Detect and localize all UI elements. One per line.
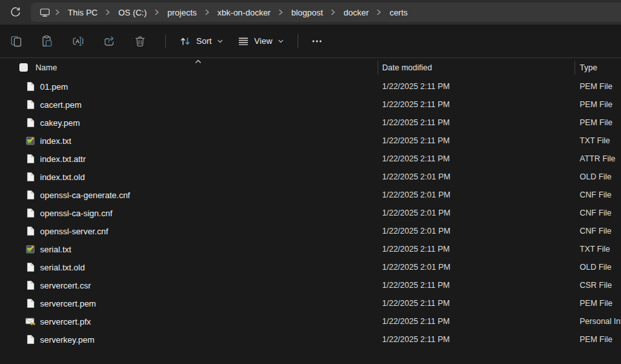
- file-row[interactable]: servercert.pfx 1/22/2025 2:11 PM Persona…: [0, 312, 621, 330]
- file-date-modified: 1/22/2025 2:11 PM: [382, 154, 450, 163]
- svg-text:A: A: [76, 38, 79, 45]
- column-header-date-modified[interactable]: Date modified: [382, 63, 432, 72]
- top-bar: This PC OS (C:) projects xbk-on-docker b…: [0, 0, 621, 25]
- breadcrumb-item[interactable]: certs: [383, 5, 413, 20]
- rename-icon: A: [72, 35, 85, 48]
- breadcrumb-item[interactable]: projects: [161, 5, 203, 20]
- column-divider[interactable]: [575, 61, 575, 75]
- file-row[interactable]: servercert.csr 1/22/2025 2:11 PM CSR Fil…: [0, 276, 621, 294]
- file-name: serial.txt: [40, 245, 71, 254]
- file-type: TXT File: [580, 245, 610, 254]
- delete-button[interactable]: [128, 30, 152, 53]
- file-type: PEM File: [580, 118, 613, 127]
- file-date-modified: 1/22/2025 2:11 PM: [382, 335, 450, 344]
- chevron-right-icon: [105, 8, 111, 16]
- chevron-right-icon: [376, 8, 382, 16]
- file-icon: [25, 208, 36, 218]
- file-row[interactable]: cakey.pem 1/22/2025 2:11 PM PEM File: [0, 114, 621, 132]
- sort-button[interactable]: Sort: [172, 30, 230, 53]
- breadcrumb-item[interactable]: blogpost: [285, 5, 329, 20]
- file-date-modified: 1/22/2025 2:11 PM: [382, 317, 450, 326]
- file-date-modified: 1/22/2025 2:01 PM: [382, 227, 451, 236]
- file-date-modified: 1/22/2025 2:11 PM: [382, 281, 450, 290]
- file-date-modified: 1/22/2025 2:11 PM: [382, 118, 450, 127]
- file-row[interactable]: openssl-server.cnf 1/22/2025 2:01 PM CNF…: [0, 222, 621, 240]
- file-date-modified: 1/22/2025 2:11 PM: [382, 100, 450, 109]
- file-row[interactable]: serverkey.pem 1/22/2025 2:11 PM PEM File: [0, 330, 621, 349]
- file-row[interactable]: index.txt 1/22/2025 2:11 PM TXT File: [0, 132, 621, 150]
- file-icon: [25, 280, 36, 290]
- file-row[interactable]: openssl-ca-generate.cnf 1/22/2025 2:01 P…: [0, 186, 621, 204]
- chevron-right-icon: [204, 8, 210, 16]
- file-row[interactable]: servercert.pem 1/22/2025 2:11 PM PEM Fil…: [0, 294, 621, 312]
- address-bar[interactable]: This PC OS (C:) projects xbk-on-docker b…: [31, 3, 621, 22]
- file-name: openssl-server.cnf: [40, 227, 108, 236]
- file-name: servercert.pem: [40, 299, 96, 308]
- column-header-type[interactable]: Type: [580, 63, 597, 72]
- view-button[interactable]: View: [230, 30, 291, 53]
- file-date-modified: 1/22/2025 2:01 PM: [382, 172, 451, 181]
- file-row[interactable]: openssl-ca-sign.cnf 1/22/2025 2:01 PM CN…: [0, 204, 621, 222]
- breadcrumb-item[interactable]: docker: [338, 5, 374, 20]
- file-row[interactable]: serial.txt 1/22/2025 2:11 PM TXT File: [0, 240, 621, 258]
- chevron-right-icon: [330, 8, 336, 16]
- file-icon: [25, 172, 36, 182]
- file-date-modified: 1/22/2025 2:11 PM: [382, 82, 450, 91]
- sort-label: Sort: [196, 36, 212, 46]
- file-type: ATTR File: [580, 154, 615, 163]
- column-divider[interactable]: [378, 61, 378, 75]
- chevron-down-icon: [217, 38, 223, 45]
- column-header-name[interactable]: Name: [36, 63, 57, 72]
- this-pc-icon: [39, 7, 50, 18]
- file-date-modified: 1/22/2025 2:11 PM: [382, 299, 450, 308]
- file-type: PEM File: [580, 299, 613, 308]
- file-name: cakey.pem: [40, 118, 80, 128]
- file-row[interactable]: cacert.pem 1/22/2025 2:11 PM PEM File: [0, 96, 621, 114]
- paste-button[interactable]: [35, 30, 59, 53]
- file-name: index.txt: [40, 136, 71, 146]
- file-type: CNF File: [580, 208, 611, 217]
- file-row[interactable]: 01.pem 1/22/2025 2:11 PM PEM File: [0, 77, 621, 96]
- file-type: Personal Info: [580, 317, 621, 326]
- chevron-right-icon: [278, 8, 284, 16]
- file-name: index.txt.old: [40, 172, 85, 182]
- file-name: index.txt.attr: [40, 154, 86, 164]
- file-type: PEM File: [580, 335, 613, 344]
- file-name: 01.pem: [40, 82, 68, 92]
- share-button[interactable]: [97, 30, 121, 53]
- file-icon: [25, 81, 36, 92]
- breadcrumb-item[interactable]: This PC: [62, 5, 103, 20]
- refresh-icon: [10, 6, 21, 18]
- view-icon: [238, 35, 249, 47]
- breadcrumb-item[interactable]: xbk-on-docker: [212, 5, 276, 20]
- list-header: Name Date modified Type: [0, 59, 621, 77]
- file-row[interactable]: serial.txt.old 1/22/2025 2:01 PM OLD Fil…: [0, 258, 621, 276]
- chevron-down-icon: [278, 38, 284, 45]
- file-name: cacert.pem: [40, 100, 81, 110]
- text-file-icon: [25, 136, 36, 146]
- file-row[interactable]: index.txt.attr 1/22/2025 2:11 PM ATTR Fi…: [0, 150, 621, 168]
- file-icon: [25, 117, 36, 128]
- file-name: openssl-ca-generate.cnf: [40, 190, 130, 200]
- file-type: PEM File: [580, 100, 613, 109]
- paste-icon: [41, 35, 54, 48]
- chevron-right-icon: [154, 8, 160, 16]
- file-icon: [25, 154, 36, 164]
- view-label: View: [254, 36, 272, 46]
- text-file-icon: [25, 244, 36, 254]
- copy-button[interactable]: [4, 30, 28, 53]
- breadcrumb-item[interactable]: OS (C:): [112, 5, 152, 20]
- file-date-modified: 1/22/2025 2:01 PM: [382, 263, 451, 272]
- breadcrumb: This PC OS (C:) projects xbk-on-docker b…: [53, 5, 414, 20]
- sort-ascending-caret-icon: [194, 59, 202, 64]
- file-name: openssl-ca-sign.cnf: [40, 208, 112, 218]
- rename-button[interactable]: A: [66, 30, 90, 53]
- file-icon: [25, 334, 36, 345]
- refresh-button[interactable]: [5, 2, 26, 23]
- select-all-checkbox[interactable]: [19, 63, 28, 72]
- more-options-button[interactable]: [305, 30, 329, 53]
- file-row[interactable]: index.txt.old 1/22/2025 2:01 PM OLD File: [0, 168, 621, 186]
- file-type: TXT File: [580, 136, 610, 145]
- file-name: serial.txt.old: [40, 263, 85, 272]
- file-icon: [25, 190, 36, 200]
